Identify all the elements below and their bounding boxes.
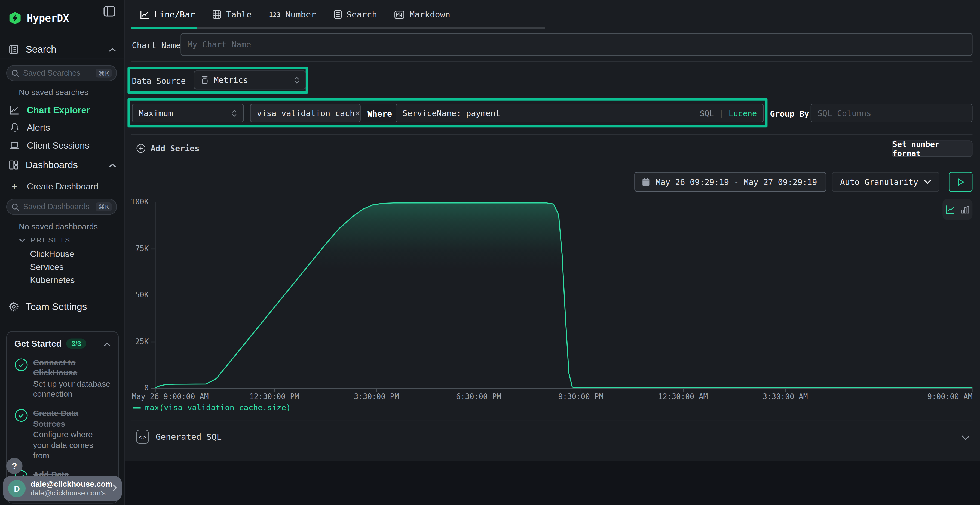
where-label: Where bbox=[368, 110, 392, 119]
play-icon bbox=[957, 178, 964, 186]
x-tick bbox=[581, 389, 581, 392]
get-started-item-title: Connect to ClickHouse bbox=[33, 358, 111, 378]
search-icon bbox=[11, 69, 19, 77]
shortcut-badge: ⌘K bbox=[96, 202, 112, 211]
generated-sql-toggle[interactable]: <> Generated SQL bbox=[136, 430, 222, 444]
tab-label: Number bbox=[286, 9, 316, 19]
tab-line-bar[interactable]: Line/Bar bbox=[131, 0, 204, 29]
y-tick bbox=[151, 202, 155, 202]
user-menu[interactable]: D dale@clickhouse.com dale@clickhouse.co… bbox=[3, 476, 122, 501]
sidebar-collapse-icon[interactable] bbox=[103, 6, 116, 20]
x-axis-line bbox=[155, 388, 972, 389]
chevron-up-icon bbox=[109, 159, 116, 170]
chevron-right-icon bbox=[113, 483, 117, 494]
where-input[interactable]: ServiceName: payment SQL | Lucene bbox=[396, 104, 764, 122]
number-123-icon: 123 bbox=[269, 11, 280, 18]
y-tick bbox=[151, 341, 155, 342]
data-source-select[interactable]: Metrics bbox=[194, 70, 306, 89]
add-series-button[interactable]: Add Series bbox=[136, 144, 200, 153]
tab-number[interactable]: 123 Number bbox=[261, 0, 325, 29]
preset-kubernetes[interactable]: Kubernetes bbox=[30, 275, 75, 285]
tab-label: Table bbox=[226, 9, 251, 19]
main-content: Line/Bar Table 123 Number Search bbox=[125, 0, 980, 505]
x-tick bbox=[683, 389, 684, 392]
x-tick bbox=[972, 389, 973, 392]
sidebar-item-alerts[interactable]: Alerts bbox=[0, 119, 125, 136]
chart-legend[interactable]: max(visa_validation_cache.size) bbox=[133, 403, 291, 412]
select-chevrons-icon bbox=[294, 76, 299, 83]
tab-label: Search bbox=[347, 9, 377, 19]
y-tick bbox=[151, 295, 155, 295]
divider bbox=[131, 420, 972, 420]
chart-svg bbox=[155, 202, 972, 388]
group-by-input[interactable]: SQL Columns bbox=[811, 104, 973, 122]
laptop-icon bbox=[9, 141, 20, 150]
plus-icon: + bbox=[9, 181, 20, 192]
line-bar-icon bbox=[140, 10, 149, 19]
y-tick-label: 50K bbox=[126, 291, 149, 299]
get-started-item-datasources[interactable]: Create Data Sources Configure where your… bbox=[14, 409, 111, 461]
active-tab-underline bbox=[131, 27, 197, 29]
no-saved-searches-text: No saved searches bbox=[19, 87, 88, 97]
x-tick bbox=[274, 389, 275, 392]
saved-dashboards-input[interactable]: Saved Dashboards ⌘K bbox=[6, 199, 117, 215]
sidebar-item-chart-explorer[interactable]: Chart Explorer bbox=[0, 102, 125, 118]
generated-sql-label: Generated SQL bbox=[156, 432, 222, 441]
chart-name-placeholder: My Chart Name bbox=[188, 40, 251, 49]
group-by-label: Group By bbox=[770, 110, 809, 119]
dashboards-label: Dashboards bbox=[25, 159, 78, 170]
sql-mode-toggle[interactable]: SQL bbox=[700, 108, 714, 118]
tab-track bbox=[197, 27, 545, 29]
mode-divider: | bbox=[719, 108, 724, 118]
help-button[interactable]: ? bbox=[6, 458, 22, 474]
sidebar-item-client-sessions[interactable]: Client Sessions bbox=[0, 137, 125, 154]
sidebar-item-team-settings[interactable]: Team Settings bbox=[0, 297, 125, 316]
set-number-format-button[interactable]: Set number format bbox=[892, 141, 972, 157]
chart-name-label: Chart Name bbox=[132, 41, 181, 50]
y-tick-label: 0 bbox=[126, 384, 149, 392]
lucene-mode-toggle[interactable]: Lucene bbox=[729, 108, 757, 118]
y-tick-label: 75K bbox=[126, 244, 149, 253]
where-value: ServiceName: payment bbox=[402, 108, 500, 118]
divider bbox=[131, 134, 972, 135]
create-dashboard-label: Create Dashboard bbox=[27, 181, 99, 191]
presets-toggle[interactable]: PRESETS bbox=[19, 236, 71, 244]
close-icon[interactable]: × bbox=[355, 108, 360, 119]
metric-name: visa_validation_cach bbox=[257, 108, 355, 118]
search-doc-icon bbox=[334, 10, 342, 19]
metric-tag[interactable]: visa_validation_cach × bbox=[250, 104, 360, 122]
chevron-down-icon[interactable] bbox=[961, 435, 970, 440]
aggregation-select[interactable]: Maximum bbox=[132, 104, 243, 122]
tab-markdown[interactable]: Markdown bbox=[386, 0, 459, 29]
get-started-item-title: Create Data Sources bbox=[33, 409, 111, 429]
add-series-label: Add Series bbox=[151, 144, 200, 153]
hyperdx-logo-icon bbox=[9, 12, 21, 24]
saved-searches-input[interactable]: Saved Searches ⌘K bbox=[6, 65, 117, 81]
x-tick bbox=[479, 389, 479, 392]
preset-clickhouse[interactable]: ClickHouse bbox=[30, 249, 74, 259]
logo-text: HyperDX bbox=[27, 12, 69, 24]
code-icon: <> bbox=[136, 430, 149, 444]
granularity-select[interactable]: Auto Granularity bbox=[832, 172, 939, 192]
run-query-button[interactable] bbox=[949, 172, 972, 192]
preset-services[interactable]: Services bbox=[30, 262, 64, 272]
x-tick-label: May 26 9:00:00 AM bbox=[132, 392, 208, 401]
aggregation-value: Maximum bbox=[139, 108, 173, 118]
date-range-picker[interactable]: May 26 09:29:19 - May 27 09:29:19 bbox=[634, 172, 826, 192]
user-subtitle: dale@clickhouse.com's bbox=[31, 489, 113, 498]
team-settings-label: Team Settings bbox=[25, 301, 87, 312]
chevron-up-icon[interactable] bbox=[104, 338, 111, 349]
get-started-item-connect[interactable]: Connect to ClickHouse Set up your databa… bbox=[14, 358, 111, 400]
sidebar-section-dashboards[interactable]: Dashboards bbox=[0, 156, 125, 175]
check-circle-icon bbox=[14, 409, 31, 461]
create-dashboard-button[interactable]: + Create Dashboard bbox=[0, 178, 125, 194]
tab-search[interactable]: Search bbox=[325, 0, 386, 29]
x-tick-label: 12:30:00 AM bbox=[658, 392, 708, 401]
y-tick bbox=[151, 248, 155, 249]
chart-name-input[interactable]: My Chart Name bbox=[181, 33, 973, 56]
search-list-icon bbox=[9, 44, 19, 54]
tab-table[interactable]: Table bbox=[204, 0, 261, 29]
table-icon bbox=[213, 10, 221, 19]
sidebar-section-search[interactable]: Search bbox=[0, 40, 125, 59]
chevron-up-icon bbox=[109, 44, 116, 55]
